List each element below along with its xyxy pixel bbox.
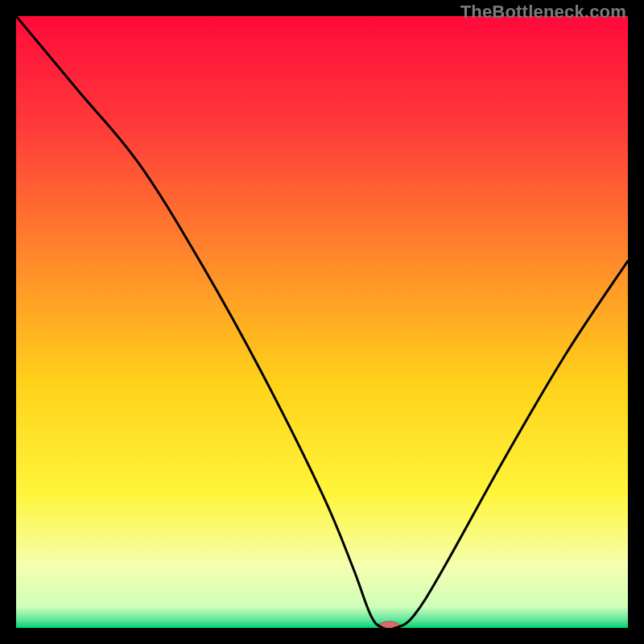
watermark-text: TheBottleneck.com — [460, 2, 626, 23]
chart-frame: TheBottleneck.com — [0, 0, 644, 644]
plot-area — [16, 16, 628, 628]
chart-svg — [16, 16, 628, 628]
gradient-background — [16, 16, 628, 628]
